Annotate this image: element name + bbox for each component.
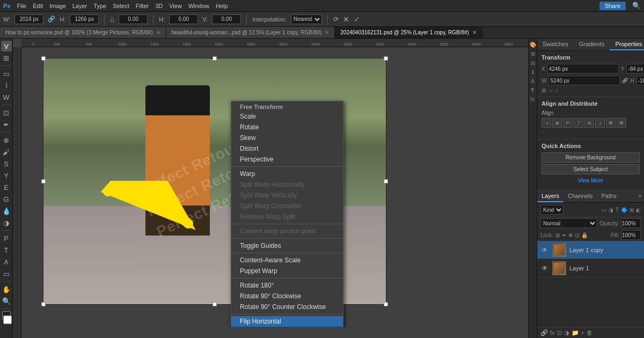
- view-more-button[interactable]: View More: [541, 176, 640, 185]
- fill-input[interactable]: [621, 230, 641, 240]
- menu-type[interactable]: Type: [93, 3, 106, 9]
- layer-1-visibility-icon[interactable]: 👁: [540, 246, 549, 254]
- tool-hand[interactable]: ✋: [1, 284, 12, 295]
- reference-point-icon[interactable]: ⊞: [541, 87, 546, 93]
- right-icon-style[interactable]: fx: [529, 95, 537, 103]
- menu-filter[interactable]: Filter: [136, 3, 149, 9]
- layers-tab-paths[interactable]: Paths: [597, 190, 621, 202]
- ctx-flip-horizontal[interactable]: Flip Horizontal: [231, 316, 343, 327]
- right-icon-char[interactable]: A: [529, 77, 537, 85]
- layer-mode-select[interactable]: Normal: [540, 218, 597, 228]
- transform-height-input[interactable]: [70, 14, 99, 24]
- w-input[interactable]: [548, 76, 620, 85]
- right-icon-paragraph[interactable]: ¶: [529, 86, 537, 94]
- ctx-skew[interactable]: Skew: [231, 133, 343, 143]
- menu-select[interactable]: Select: [113, 3, 129, 9]
- distribute-h-icon[interactable]: ⦿: [606, 118, 616, 128]
- tool-gradient[interactable]: G: [1, 194, 12, 204]
- flip-v-icon[interactable]: ↕: [555, 87, 558, 93]
- share-button[interactable]: Share: [599, 2, 626, 10]
- tool-eraser[interactable]: E: [1, 182, 12, 193]
- ctx-split-warp-c[interactable]: Split Warp Crosswise: [231, 201, 343, 211]
- tab-3[interactable]: 20240403162131.psd @ 25% (Layer 1 copy, …: [335, 27, 482, 38]
- tool-artboard[interactable]: ⊞: [1, 53, 12, 63]
- align-left-icon[interactable]: ⊣: [541, 118, 551, 128]
- transform-width-input[interactable]: [14, 14, 43, 24]
- tool-shape[interactable]: ▭: [1, 268, 12, 279]
- layer-link-icon[interactable]: 🔗: [540, 329, 548, 336]
- transform-handle-bl[interactable]: [41, 302, 46, 306]
- lock-draw-icon[interactable]: ✒: [562, 232, 566, 238]
- opacity-input[interactable]: [621, 218, 641, 228]
- transform-handle-tl[interactable]: [41, 56, 46, 61]
- confirm-icon[interactable]: ✓: [354, 15, 360, 24]
- layer-mask-icon[interactable]: ⊡: [557, 329, 562, 336]
- align-center-v-icon[interactable]: ⊟: [584, 118, 594, 128]
- layer-group-icon[interactable]: 📁: [572, 329, 579, 336]
- tab-1[interactable]: How to ps someone.psd @ 100% (3 Merge Pi…: [0, 27, 166, 38]
- layers-tab-layers[interactable]: Layers: [537, 190, 564, 202]
- menu-image[interactable]: Image: [49, 3, 66, 9]
- align-top-icon[interactable]: ⊤: [574, 118, 583, 128]
- layers-add-icon[interactable]: +: [636, 190, 644, 202]
- tab-1-close[interactable]: ✕: [156, 30, 160, 35]
- tab-properties[interactable]: Properties: [610, 39, 644, 50]
- tool-history-brush[interactable]: Y: [1, 170, 12, 181]
- flip-h-icon[interactable]: ↔: [548, 87, 553, 93]
- tool-crop[interactable]: ⊡: [1, 107, 12, 118]
- x-input[interactable]: [547, 64, 619, 74]
- menu-3d[interactable]: 3D: [155, 3, 163, 9]
- align-bottom-icon[interactable]: ⊥: [595, 118, 605, 128]
- ctx-rotate-90ccw[interactable]: Rotate 90° Counter Clockwise: [231, 302, 343, 312]
- more-options-icon[interactable]: ···: [541, 130, 640, 136]
- tool-healing[interactable]: ⊕: [1, 135, 12, 145]
- tool-type[interactable]: T: [1, 245, 12, 255]
- layer-fx-icon[interactable]: fx: [550, 329, 555, 336]
- angle-input[interactable]: [119, 14, 148, 24]
- tool-pen[interactable]: P: [1, 233, 12, 244]
- right-icon-adjust[interactable]: ⊞: [529, 50, 537, 57]
- ctx-puppet-warp[interactable]: Puppet Warp: [231, 266, 343, 276]
- ctx-rotate-180[interactable]: Rotate 180°: [231, 280, 343, 291]
- warp-icon[interactable]: ⟳: [333, 16, 339, 23]
- ctx-toggle-guides[interactable]: Toggle Guides: [231, 240, 343, 251]
- lock-all2-icon[interactable]: 🔒: [581, 232, 588, 238]
- ctx-rotate-90cw[interactable]: Rotate 90° Clockwise: [231, 291, 343, 302]
- ctx-scale[interactable]: Scale: [231, 111, 343, 122]
- filter-toggle-icon[interactable]: ◐: [636, 207, 641, 213]
- layer-kind-select[interactable]: Kind: [540, 205, 564, 215]
- tool-eyedropper[interactable]: ✒: [1, 119, 12, 130]
- right-icon-history[interactable]: ⊟: [529, 59, 537, 67]
- ctx-split-warp-h[interactable]: Split Warp Horizontally: [231, 179, 343, 190]
- layer-item-2[interactable]: 👁 Layer 1: [537, 259, 644, 277]
- align-center-h-icon[interactable]: ⊞: [552, 118, 562, 128]
- tool-blur[interactable]: 💧: [1, 205, 12, 216]
- search-icon[interactable]: 🔍: [632, 2, 641, 10]
- align-right-icon[interactable]: ⊢: [563, 118, 573, 128]
- y-input[interactable]: [626, 64, 644, 74]
- background-color[interactable]: [3, 315, 12, 324]
- tab-2-close[interactable]: ✕: [325, 30, 329, 35]
- tool-marquee[interactable]: ▭: [1, 68, 12, 79]
- filter-type-icon[interactable]: T: [616, 207, 619, 213]
- ctx-perspective[interactable]: Perspective: [231, 154, 343, 165]
- transform-handle-bm[interactable]: [213, 302, 217, 306]
- ctx-rotate[interactable]: Rotate: [231, 122, 343, 133]
- interpolation-select[interactable]: Nearest: [291, 14, 322, 24]
- tab-swatches[interactable]: Swatches: [537, 39, 574, 50]
- menu-edit[interactable]: Edit: [33, 3, 43, 9]
- layer-new-icon[interactable]: +: [581, 329, 584, 336]
- ctx-warp[interactable]: Warp: [231, 168, 343, 179]
- ctx-content-aware[interactable]: Content-Aware Scale: [231, 255, 343, 266]
- ctx-distort[interactable]: Distort: [231, 143, 343, 154]
- lock-artboard-icon[interactable]: ⊡: [575, 232, 579, 238]
- tool-zoom[interactable]: 🔍: [1, 296, 12, 306]
- tab-gradients[interactable]: Gradients: [574, 39, 610, 50]
- tool-lasso[interactable]: ⌇: [1, 80, 12, 91]
- layer-2-visibility-icon[interactable]: 👁: [540, 264, 549, 272]
- transform-handle-br[interactable]: [384, 302, 388, 306]
- menu-file[interactable]: File: [17, 3, 26, 9]
- h-input[interactable]: [636, 76, 644, 85]
- lock-all-icon[interactable]: ⊞: [555, 232, 560, 238]
- tool-brush[interactable]: 🖌: [1, 146, 12, 157]
